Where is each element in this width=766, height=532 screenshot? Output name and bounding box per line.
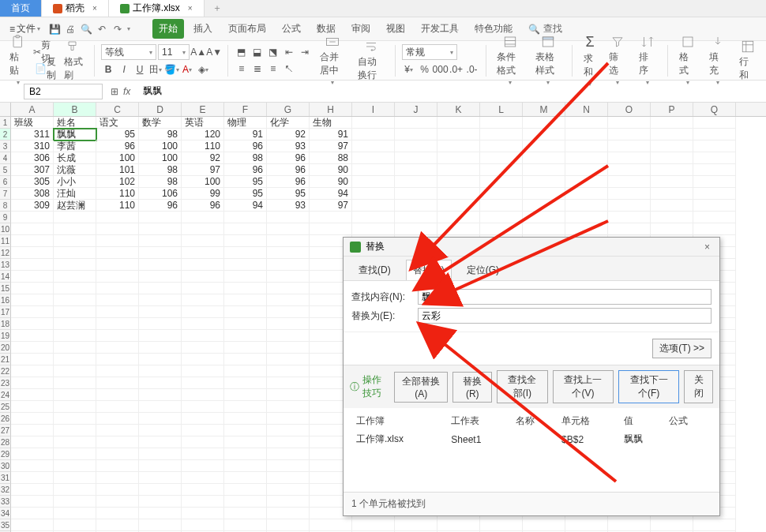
cell[interactable] xyxy=(139,413,182,425)
cell[interactable] xyxy=(11,401,54,413)
fill-button[interactable]: 填充▾ xyxy=(704,35,731,86)
cell[interactable] xyxy=(96,389,139,401)
italic-button[interactable]: I xyxy=(117,62,131,77)
cell[interactable] xyxy=(608,200,651,212)
row-header[interactable]: 17 xyxy=(0,306,11,318)
cell[interactable] xyxy=(96,271,139,283)
cell[interactable] xyxy=(395,188,437,200)
cell[interactable]: 98 xyxy=(139,164,182,176)
cell[interactable] xyxy=(523,152,565,164)
cell[interactable]: 化学 xyxy=(267,117,310,129)
preview-icon[interactable]: 🔍 xyxy=(80,23,92,36)
cell[interactable]: 106 xyxy=(139,188,182,200)
close-icon[interactable]: × xyxy=(701,242,713,253)
cell[interactable] xyxy=(480,176,523,188)
row-header[interactable]: 16 xyxy=(0,294,11,306)
cell[interactable] xyxy=(523,176,565,188)
format-painter-button[interactable]: 格式刷 xyxy=(59,39,88,82)
cell[interactable] xyxy=(182,223,224,235)
font-size-select[interactable]: 11▾ xyxy=(158,44,190,60)
cell[interactable] xyxy=(395,200,437,212)
row-header[interactable]: 33 xyxy=(0,496,11,508)
cell[interactable] xyxy=(267,389,310,401)
cell[interactable] xyxy=(182,354,224,365)
row-header[interactable]: 10 xyxy=(0,223,11,235)
cell[interactable] xyxy=(480,188,523,200)
cell[interactable] xyxy=(96,259,139,271)
cell[interactable]: 95 xyxy=(267,188,310,200)
row-header[interactable]: 26 xyxy=(0,413,11,425)
cell[interactable] xyxy=(693,152,736,164)
cell[interactable] xyxy=(224,413,267,425)
find-next-button[interactable]: 查找下一个(F) xyxy=(618,370,679,403)
cell[interactable] xyxy=(480,129,523,140)
cell[interactable] xyxy=(139,460,182,472)
cell[interactable] xyxy=(437,519,480,531)
cell[interactable] xyxy=(267,354,310,365)
row-header[interactable]: 27 xyxy=(0,425,11,436)
row-header[interactable]: 19 xyxy=(0,330,11,342)
cell[interactable] xyxy=(96,306,139,318)
cell[interactable] xyxy=(608,519,651,531)
cell[interactable] xyxy=(139,271,182,283)
cell[interactable] xyxy=(565,200,608,212)
cell[interactable] xyxy=(224,354,267,365)
cell[interactable] xyxy=(565,164,608,176)
cell[interactable] xyxy=(11,212,54,223)
dialog-tab-find[interactable]: 查找(D) xyxy=(351,260,398,280)
cell[interactable] xyxy=(54,460,96,472)
cell[interactable] xyxy=(182,235,224,247)
column-header[interactable]: J xyxy=(395,103,437,116)
cell[interactable] xyxy=(54,519,96,531)
cell[interactable] xyxy=(139,306,182,318)
cell[interactable] xyxy=(54,389,96,401)
cell[interactable] xyxy=(11,354,54,365)
number-format-select[interactable]: 常规▾ xyxy=(402,44,457,60)
row-header[interactable]: 6 xyxy=(0,176,11,188)
cell[interactable]: 310 xyxy=(11,140,54,152)
row-header[interactable]: 23 xyxy=(0,377,11,389)
close-icon[interactable]: × xyxy=(188,4,193,13)
cell[interactable]: 95 xyxy=(224,176,267,188)
cell[interactable] xyxy=(96,436,139,448)
cell[interactable] xyxy=(480,164,523,176)
cell[interactable]: 110 xyxy=(96,200,139,212)
cell[interactable] xyxy=(267,436,310,448)
row-header[interactable]: 2 xyxy=(0,129,11,140)
cell[interactable] xyxy=(437,176,480,188)
cell[interactable] xyxy=(267,496,310,508)
cell[interactable] xyxy=(139,283,182,294)
cell[interactable] xyxy=(182,330,224,342)
cell[interactable] xyxy=(395,223,437,235)
cell[interactable] xyxy=(224,318,267,330)
cell[interactable] xyxy=(352,117,395,129)
cell[interactable] xyxy=(480,200,523,212)
cell[interactable] xyxy=(54,496,96,508)
border-button[interactable]: 田▾ xyxy=(148,62,163,77)
cell[interactable] xyxy=(523,164,565,176)
cell[interactable] xyxy=(11,330,54,342)
row-header[interactable]: 28 xyxy=(0,436,11,448)
cell[interactable] xyxy=(310,519,352,531)
column-header[interactable]: K xyxy=(437,103,480,116)
cell[interactable] xyxy=(182,342,224,354)
row-header[interactable]: 32 xyxy=(0,484,11,496)
cell[interactable] xyxy=(182,283,224,294)
cell[interactable]: 96 xyxy=(267,176,310,188)
cell[interactable] xyxy=(395,152,437,164)
row-header[interactable]: 14 xyxy=(0,271,11,283)
cell[interactable] xyxy=(224,223,267,235)
cell[interactable]: 91 xyxy=(224,129,267,140)
row-header[interactable]: 8 xyxy=(0,200,11,212)
cell[interactable] xyxy=(139,484,182,496)
cell[interactable] xyxy=(693,212,736,223)
cell[interactable]: 88 xyxy=(310,152,352,164)
column-header[interactable]: I xyxy=(352,103,395,116)
cell[interactable]: 物理 xyxy=(224,117,267,129)
cell[interactable]: 李茜 xyxy=(54,140,96,152)
cell[interactable] xyxy=(182,401,224,413)
cell[interactable] xyxy=(96,484,139,496)
row-header[interactable]: 34 xyxy=(0,508,11,519)
cell[interactable] xyxy=(565,152,608,164)
cell[interactable]: 班级 xyxy=(11,117,54,129)
